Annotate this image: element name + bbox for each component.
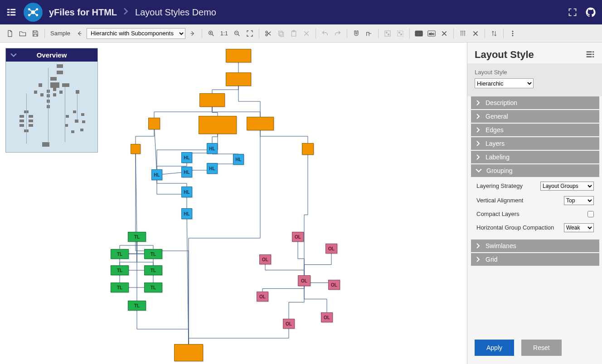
svg-rect-21 bbox=[388, 34, 389, 35]
graph-node[interactable]: HL bbox=[181, 152, 192, 163]
fit-content-button[interactable] bbox=[244, 28, 255, 39]
product-name[interactable]: yFiles for HTML bbox=[49, 7, 117, 18]
graph-node[interactable]: TL bbox=[144, 249, 162, 259]
section-description[interactable]: Description bbox=[471, 96, 599, 109]
menu-toggle-button[interactable] bbox=[5, 5, 18, 19]
arrow-right-icon bbox=[189, 30, 196, 37]
undo-button[interactable] bbox=[320, 28, 330, 39]
graph-node[interactable]: HL bbox=[181, 208, 192, 219]
vertical-alignment-select[interactable]: Top bbox=[564, 196, 594, 205]
save-button[interactable] bbox=[30, 28, 41, 39]
graph-node[interactable]: OL bbox=[257, 292, 268, 302]
generate-edge-direction-button[interactable] bbox=[489, 28, 500, 39]
graph-node[interactable] bbox=[199, 93, 225, 107]
graph-node[interactable]: TL bbox=[128, 232, 146, 242]
layering-strategy-select[interactable]: Layout Groups bbox=[540, 182, 594, 191]
overview-header[interactable]: Overview bbox=[6, 48, 97, 62]
open-file-button[interactable] bbox=[17, 28, 28, 39]
github-icon bbox=[585, 7, 596, 18]
overview-minimap[interactable] bbox=[6, 62, 97, 152]
graph-node[interactable] bbox=[131, 144, 141, 154]
section-grid[interactable]: Grid bbox=[471, 253, 599, 266]
graph-node[interactable]: HL bbox=[207, 163, 218, 174]
graph-node[interactable]: TL bbox=[111, 265, 129, 275]
graph-node[interactable]: OL bbox=[298, 275, 311, 286]
section-layers[interactable]: Layers bbox=[471, 137, 599, 150]
redo-button[interactable] bbox=[332, 28, 343, 39]
zoom-out-button[interactable] bbox=[232, 28, 243, 39]
new-file-button[interactable] bbox=[5, 28, 15, 39]
delete-button[interactable] bbox=[301, 28, 312, 39]
sample-next-button[interactable] bbox=[187, 28, 198, 39]
graph-node[interactable]: HL bbox=[233, 154, 244, 165]
graph-node[interactable]: TL bbox=[128, 301, 146, 311]
zoom-in-button[interactable] bbox=[206, 28, 217, 39]
graph-node[interactable]: OL bbox=[321, 312, 333, 322]
graph-node[interactable] bbox=[199, 116, 237, 134]
reset-button[interactable]: Reset bbox=[521, 340, 562, 356]
sample-select[interactable]: Hierarchic with Subcomponents bbox=[87, 28, 185, 39]
x-icon bbox=[472, 30, 479, 37]
graph-node[interactable]: TL bbox=[144, 283, 162, 292]
section-swimlanes[interactable]: Swimlanes bbox=[471, 239, 599, 252]
ungroup-button[interactable] bbox=[395, 28, 406, 39]
horizontal-group-compaction-select[interactable]: Weak bbox=[564, 223, 594, 232]
github-link[interactable] bbox=[584, 5, 597, 19]
section-general[interactable]: General bbox=[471, 110, 599, 123]
more-button[interactable] bbox=[507, 28, 518, 39]
chevron-right-icon bbox=[476, 141, 481, 146]
svg-rect-22 bbox=[398, 31, 403, 36]
graph-node[interactable] bbox=[148, 118, 160, 129]
graph-node[interactable] bbox=[226, 72, 251, 86]
graph-node[interactable]: OL bbox=[283, 319, 295, 329]
remove-labels-button[interactable] bbox=[439, 28, 450, 39]
graph-node[interactable] bbox=[247, 117, 274, 130]
folder-open-icon bbox=[19, 30, 26, 37]
apply-button[interactable]: Apply bbox=[475, 340, 514, 356]
paste-button[interactable] bbox=[288, 28, 299, 39]
zoom-in-icon bbox=[208, 30, 215, 37]
layout-style-select[interactable]: Hierarchic bbox=[475, 78, 534, 88]
snap-button[interactable] bbox=[351, 28, 362, 39]
section-edges[interactable]: Edges bbox=[471, 124, 599, 136]
section-labeling[interactable]: Labeling bbox=[471, 151, 599, 163]
settings-toggle-button[interactable] bbox=[586, 50, 595, 60]
orthogonal-edit-button[interactable] bbox=[364, 28, 374, 39]
graph-node[interactable]: OL bbox=[325, 244, 337, 254]
sample-prev-button[interactable] bbox=[74, 28, 85, 39]
generate-node-labels-button[interactable]: abc bbox=[413, 28, 424, 39]
graph-node[interactable]: OL bbox=[292, 232, 304, 242]
graph-node[interactable]: HL bbox=[207, 143, 218, 154]
generate-edge-thickness-button[interactable] bbox=[457, 28, 468, 39]
graph-canvas[interactable]: Overview bbox=[0, 43, 467, 364]
graph-node[interactable]: TL bbox=[111, 283, 129, 292]
overview-title: Overview bbox=[37, 51, 67, 59]
graph-node[interactable]: TL bbox=[144, 265, 162, 275]
graph-node[interactable] bbox=[174, 344, 203, 361]
zoom-reset-button[interactable]: 1:1 bbox=[220, 30, 228, 37]
compact-layers-checkbox[interactable] bbox=[587, 211, 594, 217]
zoom-out-icon bbox=[233, 30, 241, 37]
chevron-right-icon bbox=[476, 100, 481, 105]
section-grouping[interactable]: Grouping bbox=[471, 164, 599, 177]
reset-edge-thickness-button[interactable] bbox=[470, 28, 481, 39]
edge-label-icon: abc bbox=[427, 30, 436, 37]
svg-point-29 bbox=[512, 31, 513, 32]
graph-node[interactable] bbox=[226, 49, 251, 62]
graph-node[interactable]: HL bbox=[181, 187, 192, 197]
group-button[interactable] bbox=[382, 28, 393, 39]
chevron-right-icon bbox=[123, 8, 129, 15]
graph-node[interactable] bbox=[302, 143, 314, 155]
graph-node[interactable]: TL bbox=[111, 249, 129, 259]
graph-node[interactable]: OL bbox=[328, 280, 340, 290]
svg-rect-15 bbox=[278, 31, 282, 35]
graph-node[interactable]: HL bbox=[181, 167, 192, 177]
graph-node[interactable]: HL bbox=[151, 169, 162, 180]
product-logo[interactable] bbox=[24, 3, 43, 22]
graph-node[interactable]: OL bbox=[259, 254, 271, 264]
more-vertical-icon bbox=[509, 30, 516, 37]
generate-edge-labels-button[interactable]: abc bbox=[426, 28, 437, 39]
fullscreen-button[interactable] bbox=[566, 5, 579, 19]
copy-button[interactable] bbox=[276, 28, 286, 39]
cut-button[interactable] bbox=[263, 28, 274, 39]
